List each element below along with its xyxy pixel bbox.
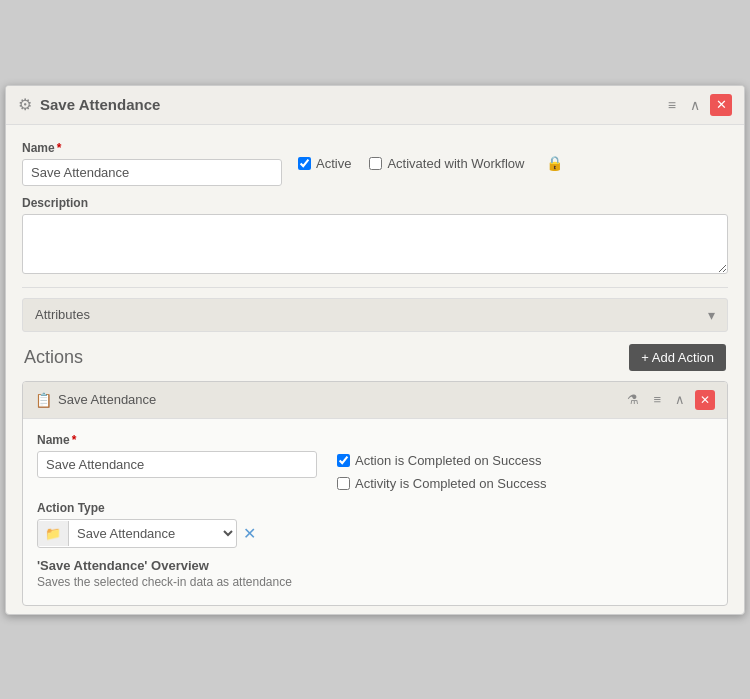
main-content: Name* Active Activated with Workflow 🔒 D… [6,125,744,614]
action-type-label: Action Type [37,501,713,515]
description-label: Description [22,196,728,210]
main-window: ⚙ Save Attendance ≡ ∧ ✕ Name* Active [5,85,745,615]
action-card-body: Name* Action is Completed on Success [23,419,727,605]
description-section: Description [22,196,728,277]
title-bar-right: ≡ ∧ ✕ [664,94,732,116]
action-body-row: Name* Action is Completed on Success [37,433,713,491]
lock-icon: 🔒 [546,155,563,171]
activated-workflow-checkbox-label[interactable]: Activated with Workflow [369,156,524,171]
action-completed-checkbox-label[interactable]: Action is Completed on Success [337,453,713,468]
action-name-input[interactable] [37,451,317,478]
actions-header: Actions + Add Action [22,344,728,371]
up-button[interactable]: ∧ [671,390,689,409]
overview-block: 'Save Attendance' Overview Saves the sel… [37,558,713,589]
checkbox-group: Active Activated with Workflow 🔒 [298,155,728,171]
overview-title: 'Save Attendance' Overview [37,558,713,573]
name-field-wrap: Name* [22,141,282,186]
overview-desc: Saves the selected check-in data as atte… [37,575,713,589]
actions-title: Actions [24,347,83,368]
action-type-select-wrap: 📁 Save Attendance ✕ [37,519,713,548]
action-type-select-container: 📁 Save Attendance [37,519,237,548]
action-completed-checkbox[interactable] [337,454,350,467]
attributes-section[interactable]: Attributes ▾ [22,298,728,332]
title-bar: ⚙ Save Attendance ≡ ∧ ✕ [6,86,744,125]
description-textarea[interactable] [22,214,728,274]
active-checkbox[interactable] [298,157,311,170]
reorder-button[interactable]: ≡ [649,390,665,409]
activity-completed-checkbox-label[interactable]: Activity is Completed on Success [337,476,713,491]
action-type-clear-button[interactable]: ✕ [243,524,256,543]
action-close-button[interactable]: ✕ [695,390,715,410]
action-card-name: Save Attendance [58,392,156,407]
name-input[interactable] [22,159,282,186]
action-left: Name* [37,433,317,491]
collapse-button[interactable]: ∧ [686,95,704,115]
add-action-button[interactable]: + Add Action [629,344,726,371]
close-button[interactable]: ✕ [710,94,732,116]
divider [22,287,728,288]
name-row: Name* Active Activated with Workflow 🔒 [22,141,728,186]
action-type-select[interactable]: Save Attendance [69,520,236,547]
name-label: Name* [22,141,282,155]
activated-workflow-checkbox[interactable] [369,157,382,170]
action-checkboxes: Action is Completed on Success Activity … [337,453,713,491]
action-card-title: 📋 Save Attendance [35,392,156,408]
action-type-section: Action Type 📁 Save Attendance ✕ [37,501,713,548]
action-right: Action is Completed on Success Activity … [337,433,713,491]
attributes-label: Attributes [35,307,90,322]
window-icon: ⚙ [18,95,32,114]
action-card: 📋 Save Attendance ⚗ ≡ ∧ ✕ Name* [22,381,728,606]
attributes-chevron: ▾ [708,307,715,323]
window-title: Save Attendance [40,96,160,113]
action-type-select-icon: 📁 [38,521,69,546]
action-name-label: Name* [37,433,317,447]
action-card-controls: ⚗ ≡ ∧ ✕ [623,390,715,410]
menu-button[interactable]: ≡ [664,95,680,115]
active-checkbox-label[interactable]: Active [298,156,351,171]
title-bar-left: ⚙ Save Attendance [18,95,160,114]
activity-completed-checkbox[interactable] [337,477,350,490]
action-card-icon: 📋 [35,392,52,408]
filter-button[interactable]: ⚗ [623,390,643,409]
action-card-header: 📋 Save Attendance ⚗ ≡ ∧ ✕ [23,382,727,419]
